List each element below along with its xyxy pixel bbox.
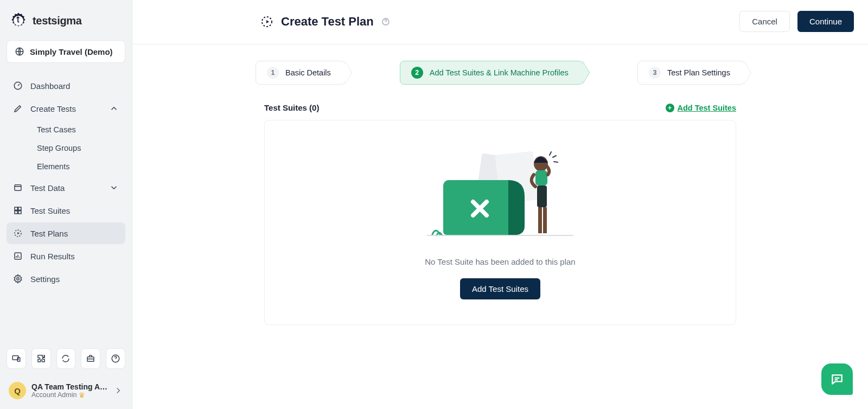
- devices-icon: [11, 354, 21, 363]
- step-test-plan-settings[interactable]: 3 Test Plan Settings: [637, 61, 745, 85]
- gear-icon: [13, 274, 23, 284]
- tool-devices-button[interactable]: [7, 348, 26, 369]
- stepper: 1 Basic Details 2 Add Test Suites & Link…: [154, 61, 846, 85]
- sidebar-item-create-tests[interactable]: Create Tests: [7, 98, 125, 119]
- nav-label: Dashboard: [30, 81, 70, 91]
- logo-gear-icon: [9, 11, 28, 30]
- chevron-down-icon: [109, 183, 119, 193]
- tool-refresh-button[interactable]: [56, 348, 76, 369]
- pencil-icon: [13, 104, 23, 113]
- content: 1 Basic Details 2 Add Test Suites & Link…: [132, 44, 868, 409]
- tool-extensions-button[interactable]: [31, 348, 51, 369]
- svg-rect-24: [538, 207, 542, 233]
- topbar-title: Create Test Plan: [260, 15, 390, 29]
- empty-text: No Test Suite has been added to this pla…: [425, 257, 575, 266]
- sidebar-item-run-results[interactable]: Run Results: [7, 245, 125, 267]
- svg-rect-6: [15, 211, 17, 214]
- chat-fab[interactable]: [821, 363, 853, 395]
- nav-label: Test Suites: [30, 206, 70, 215]
- tool-help-button[interactable]: [106, 348, 125, 369]
- sidebar-item-test-suites[interactable]: Test Suites: [7, 200, 125, 221]
- empty-state-card: No Test Suite has been added to this pla…: [264, 120, 736, 325]
- refresh-icon: [61, 354, 71, 363]
- sidebar-item-elements[interactable]: Elements: [30, 157, 125, 176]
- nav: Dashboard Create Tests Test Cases Step G…: [7, 75, 125, 290]
- empty-illustration: [427, 148, 573, 245]
- sidebar-item-settings[interactable]: Settings: [7, 268, 125, 290]
- target-icon: [260, 15, 273, 28]
- avatar: Q: [9, 382, 26, 399]
- user-account[interactable]: Q QA Team Testing Acc... Account Admin ♛: [7, 379, 125, 402]
- user-role: Account Admin ♛: [31, 391, 108, 399]
- svg-rect-25: [543, 207, 547, 233]
- step-number: 1: [267, 67, 279, 79]
- step-label: Add Test Suites & Link Machine Profiles: [430, 68, 569, 77]
- sidebar-item-test-plans[interactable]: Test Plans: [7, 222, 125, 244]
- nav-label: Elements: [37, 162, 69, 171]
- step-add-test-suites[interactable]: 2 Add Test Suites & Link Machine Profile…: [400, 61, 583, 85]
- chart-icon: [13, 251, 23, 261]
- nav-label: Run Results: [30, 252, 75, 261]
- target-icon: [13, 228, 23, 238]
- suites-heading: Test Suites (0): [264, 103, 319, 112]
- topbar-actions: Cancel Continue: [739, 11, 854, 32]
- step-basic-details[interactable]: 1 Basic Details: [256, 61, 346, 85]
- create-tests-submenu: Test Cases Step Groups Elements: [7, 120, 125, 176]
- svg-rect-23: [537, 186, 547, 207]
- chevron-right-icon: [113, 386, 123, 395]
- step-label: Basic Details: [285, 68, 331, 77]
- nav-label: Test Cases: [37, 125, 76, 134]
- topbar: Create Test Plan Cancel Continue: [132, 0, 868, 44]
- avatar-letter: Q: [14, 386, 21, 395]
- data-icon: [13, 183, 23, 193]
- sidebar-item-test-cases[interactable]: Test Cases: [30, 120, 125, 139]
- add-test-suites-link[interactable]: + Add Test Suites: [666, 104, 737, 112]
- cancel-button[interactable]: Cancel: [739, 11, 790, 32]
- svg-marker-9: [17, 232, 20, 235]
- brand-name: testsigma: [33, 15, 82, 27]
- svg-rect-3: [15, 185, 21, 191]
- svg-rect-5: [18, 207, 21, 210]
- sidebar-item-test-data[interactable]: Test Data: [7, 177, 125, 199]
- nav-label: Settings: [30, 274, 60, 284]
- svg-rect-4: [15, 207, 17, 210]
- page-title: Create Test Plan: [281, 15, 374, 29]
- gauge-icon: [13, 81, 23, 91]
- tool-toolbox-button[interactable]: [81, 348, 100, 369]
- nav-label: Create Tests: [30, 104, 76, 113]
- nav-label: Test Data: [30, 183, 65, 193]
- svg-point-11: [17, 278, 20, 280]
- user-info: QA Team Testing Acc... Account Admin ♛: [31, 382, 108, 399]
- add-test-suites-button[interactable]: Add Test Suites: [460, 278, 540, 299]
- sidebar-tools: [7, 348, 125, 379]
- nav-label: Step Groups: [37, 144, 81, 152]
- help-icon[interactable]: [381, 17, 390, 26]
- puzzle-icon: [36, 354, 46, 363]
- main: Create Test Plan Cancel Continue 1 Basic…: [132, 0, 868, 409]
- sidebar: testsigma Simply Travel (Demo) Dashboard…: [0, 0, 132, 409]
- toolbox-icon: [86, 354, 95, 363]
- globe-icon: [15, 47, 24, 56]
- svg-marker-17: [266, 20, 269, 23]
- help-icon: [111, 354, 120, 363]
- svg-rect-7: [18, 211, 21, 214]
- project-selector[interactable]: Simply Travel (Demo): [7, 40, 125, 63]
- project-name: Simply Travel (Demo): [30, 47, 113, 56]
- continue-button[interactable]: Continue: [797, 11, 854, 32]
- crown-icon: ♛: [79, 391, 85, 399]
- chat-icon: [830, 372, 844, 386]
- brand-logo[interactable]: testsigma: [7, 10, 125, 40]
- sidebar-item-dashboard[interactable]: Dashboard: [7, 75, 125, 97]
- sidebar-item-step-groups[interactable]: Step Groups: [30, 139, 125, 157]
- nav-label: Test Plans: [30, 229, 68, 238]
- chevron-up-icon: [109, 104, 119, 113]
- add-link-label: Add Test Suites: [678, 104, 737, 112]
- suites-header: Test Suites (0) + Add Test Suites: [264, 103, 736, 112]
- plus-icon: +: [666, 104, 674, 112]
- user-name: QA Team Testing Acc...: [31, 382, 108, 391]
- step-number: 2: [411, 67, 423, 79]
- step-number: 3: [649, 67, 661, 79]
- user-role-text: Account Admin: [31, 391, 76, 399]
- step-label: Test Plan Settings: [667, 68, 730, 77]
- grid-icon: [13, 206, 23, 215]
